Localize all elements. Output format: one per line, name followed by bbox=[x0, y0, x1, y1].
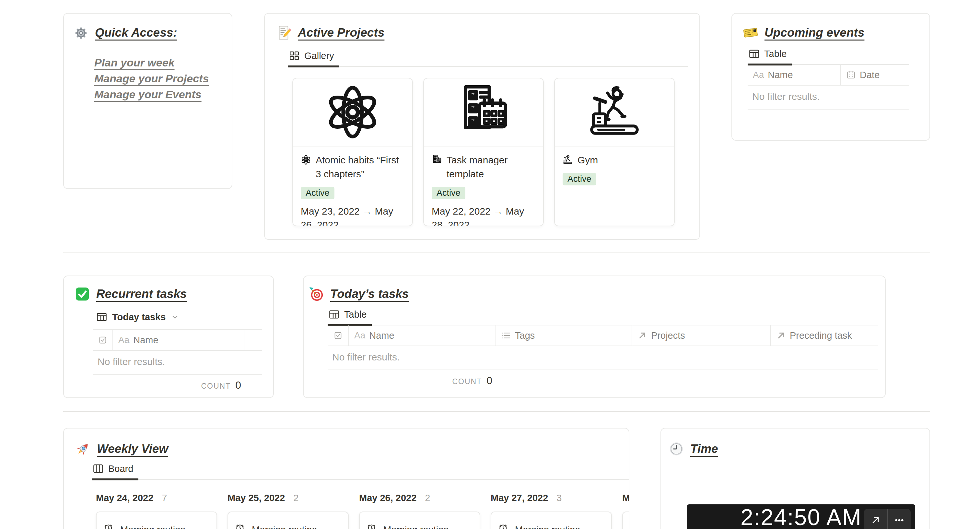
board-card-title: Morning routine bbox=[383, 524, 449, 529]
view-selector-today-tasks[interactable]: Today tasks bbox=[96, 311, 273, 323]
empty-state-text: No filter results. bbox=[748, 86, 909, 110]
column-header-projects[interactable]: Projects bbox=[632, 325, 770, 346]
active-projects-title[interactable]: Active Projects bbox=[298, 26, 384, 40]
alarm-clock-cup-icon bbox=[104, 524, 115, 529]
board-card-title: Morning routine bbox=[515, 524, 581, 529]
weekly-view-title[interactable]: Weekly View bbox=[97, 442, 168, 456]
quick-access-title[interactable]: Quick Access: bbox=[95, 26, 177, 40]
more-options-icon bbox=[894, 515, 905, 526]
count-label: COUNT bbox=[452, 377, 482, 386]
board-column-date: May 24, 2022 bbox=[96, 493, 153, 504]
board-column-may-28-clipped: May 28, 2022 Morning routine bbox=[622, 493, 629, 529]
link-plan-your-week[interactable]: Plan your week bbox=[94, 57, 175, 68]
recurrent-tasks-title[interactable]: Recurrent tasks bbox=[96, 287, 187, 301]
todays-tasks-header: Today’s tasks bbox=[309, 287, 878, 301]
card-cover bbox=[555, 78, 674, 147]
card-body: Task manager template Active May 22, 202… bbox=[424, 147, 543, 226]
upcoming-events-tabsbar: Table bbox=[748, 48, 909, 65]
count-row[interactable]: COUNT 0 bbox=[328, 375, 495, 387]
empty-state-text: No filter results. bbox=[93, 351, 262, 375]
link-manage-your-events[interactable]: Manage your Events bbox=[94, 89, 202, 100]
table-icon bbox=[96, 311, 108, 323]
rocket-icon bbox=[75, 441, 91, 456]
section-divider bbox=[63, 252, 930, 253]
column-header-preceding-task[interactable]: Preceding task bbox=[770, 325, 878, 346]
text-property-icon: Aa bbox=[753, 70, 764, 80]
tab-board[interactable]: Board bbox=[92, 463, 138, 480]
board-column-count: 2 bbox=[293, 493, 299, 504]
tab-table[interactable]: Table bbox=[748, 48, 792, 65]
project-card-task-manager[interactable]: Task manager template Active May 22, 202… bbox=[423, 78, 544, 226]
tab-gallery[interactable]: Gallery bbox=[288, 50, 339, 67]
target-icon bbox=[309, 287, 324, 301]
quick-access-panel: Quick Access: Plan your week Manage your… bbox=[63, 13, 232, 189]
column-header-date[interactable]: Date bbox=[840, 65, 909, 85]
column-label: Name bbox=[768, 70, 793, 80]
calendar-icon bbox=[846, 70, 856, 80]
more-options-button[interactable] bbox=[887, 509, 911, 529]
view-selector-label: Today tasks bbox=[112, 312, 165, 322]
table-icon bbox=[328, 309, 340, 320]
board-column-header[interactable]: May 25, 2022 2 bbox=[228, 493, 349, 506]
card-title: Task manager template bbox=[447, 153, 535, 181]
empty-state-text: No filter results. bbox=[328, 346, 878, 370]
alarm-clock-cup-icon bbox=[498, 524, 510, 529]
clock-embed[interactable]: 2:24:50 AM bbox=[687, 504, 915, 529]
column-header-name[interactable]: Aa Name bbox=[113, 330, 244, 350]
board-card-morning-routine[interactable]: Morning routine bbox=[228, 511, 349, 529]
tab-table[interactable]: Table bbox=[328, 309, 372, 326]
column-header-name[interactable]: Aa Name bbox=[349, 325, 495, 346]
table-header-row: Aa Name Date bbox=[748, 65, 909, 86]
todays-tasks-tabsbar: Table bbox=[328, 309, 878, 325]
board-columns: May 24, 2022 7 Morning routine May 25, 2… bbox=[96, 493, 629, 529]
project-card-atomic-habits[interactable]: Atomic habits “First 3 chapters” Active … bbox=[292, 78, 413, 226]
active-projects-panel: Active Projects Gallery Atomic habits “F… bbox=[264, 13, 700, 240]
tab-gallery-label: Gallery bbox=[304, 51, 334, 61]
status-badge: Active bbox=[301, 187, 334, 199]
count-row[interactable]: COUNT 0 bbox=[93, 379, 244, 391]
board-column-header[interactable]: May 24, 2022 7 bbox=[96, 493, 217, 506]
board-column-count: 2 bbox=[425, 493, 430, 504]
board-column-header[interactable]: May 26, 2022 2 bbox=[359, 493, 480, 506]
upcoming-events-panel: Upcoming events Table Aa Name Date No fi… bbox=[732, 13, 930, 141]
card-dates: May 23, 2022 → May 26, 2022 bbox=[301, 204, 404, 226]
clock-icon bbox=[669, 441, 684, 456]
tickets-icon bbox=[743, 25, 758, 40]
column-header-name[interactable]: Aa Name bbox=[748, 65, 840, 85]
todays-tasks-panel: Today’s tasks Table Aa Name Tags Project… bbox=[303, 276, 886, 398]
status-badge: Active bbox=[563, 173, 596, 185]
text-property-icon: Aa bbox=[118, 335, 129, 345]
column-header-checkbox[interactable] bbox=[328, 325, 349, 346]
table-header-row: Aa Name Tags Projects Preceding task bbox=[328, 325, 878, 346]
project-card-gym[interactable]: Gym Active bbox=[554, 78, 675, 226]
upcoming-events-title[interactable]: Upcoming events bbox=[765, 26, 864, 40]
board-column-count: 3 bbox=[557, 493, 562, 504]
todays-tasks-title[interactable]: Today’s tasks bbox=[330, 287, 409, 301]
quick-access-header: Quick Access: bbox=[73, 25, 222, 40]
board-column-header[interactable]: May 27, 2022 3 bbox=[491, 493, 612, 506]
card-title: Atomic habits “First 3 chapters” bbox=[316, 153, 404, 181]
board-card-morning-routine[interactable]: Morning routine bbox=[359, 511, 480, 529]
recurrent-tasks-panel: Recurrent tasks Today tasks Aa Name No f… bbox=[63, 276, 274, 398]
projects-gallery: Atomic habits “First 3 chapters” Active … bbox=[292, 78, 688, 226]
board-card-morning-routine[interactable]: Morning routine bbox=[491, 511, 612, 529]
column-header-checkbox[interactable] bbox=[93, 330, 113, 350]
column-header-tags[interactable]: Tags bbox=[495, 325, 632, 346]
board-card-morning-routine[interactable]: Morning routine bbox=[96, 511, 217, 529]
board-column-date: May 25, 2022 bbox=[228, 493, 285, 504]
count-value: 0 bbox=[487, 375, 492, 387]
card-cover bbox=[293, 78, 412, 147]
board-card-morning-routine[interactable]: Morning routine bbox=[622, 511, 629, 529]
recurrent-tasks-table: Aa Name No filter results. COUNT 0 bbox=[93, 329, 262, 391]
link-manage-your-projects[interactable]: Manage your Projects bbox=[94, 73, 209, 84]
alarm-clock-cup-icon bbox=[235, 524, 247, 529]
column-label: Projects bbox=[651, 330, 685, 341]
open-external-button[interactable] bbox=[864, 509, 887, 529]
board-column-header[interactable]: May 28, 2022 bbox=[622, 493, 629, 506]
card-title: Gym bbox=[578, 153, 598, 167]
time-title[interactable]: Time bbox=[690, 442, 718, 456]
tab-board-label: Board bbox=[108, 464, 133, 474]
list-icon bbox=[501, 331, 511, 340]
treadmill-cover-art bbox=[586, 84, 643, 141]
board-column-may-24: May 24, 2022 7 Morning routine bbox=[96, 493, 217, 529]
